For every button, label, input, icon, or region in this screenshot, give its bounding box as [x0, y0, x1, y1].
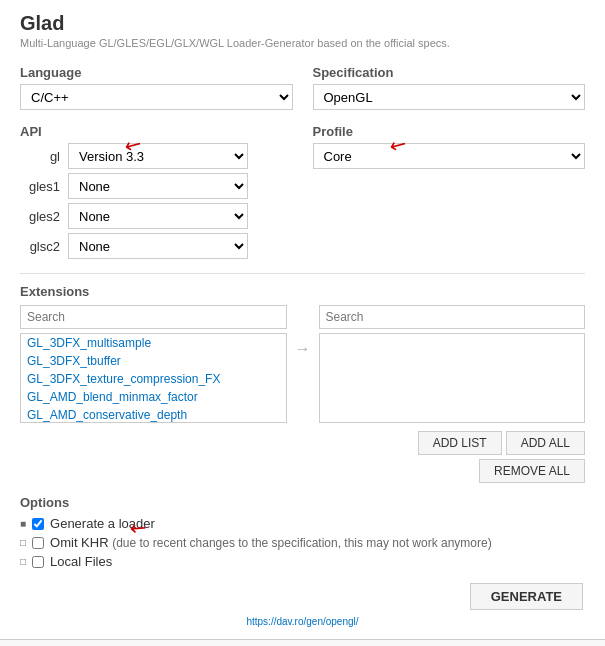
app-title: Glad [20, 12, 585, 35]
language-label: Language [20, 65, 293, 80]
option-local-files-text: Local Files [50, 554, 112, 569]
api-gles1-select[interactable]: None Version 1.0 [68, 173, 248, 199]
list-item[interactable]: GL_3DFX_texture_compression_FX [21, 370, 286, 388]
bullet-generate: ■ [20, 518, 26, 529]
api-gles2-label: gles2 [20, 209, 60, 224]
checkbox-omit-khr[interactable] [32, 537, 44, 549]
checkbox-generate-loader[interactable] [32, 518, 44, 530]
option-omit-note: (due to recent changes to the specificat… [112, 536, 492, 550]
profile-label: Profile [313, 124, 586, 139]
list-item[interactable]: GL_AMD_conservative_depth [21, 406, 286, 423]
api-gl-select[interactable]: None Version 1.0 Version 2.0 Version 3.0… [68, 143, 248, 169]
api-row-gles1: gles1 None Version 1.0 [20, 173, 293, 199]
specification-label: Specification [313, 65, 586, 80]
remove-all-button[interactable]: REMOVE ALL [479, 459, 585, 483]
api-label: API [20, 124, 293, 139]
transfer-arrow-icon: → [295, 305, 311, 358]
api-row-gl: gl None Version 1.0 Version 2.0 Version … [20, 143, 293, 169]
api-row-gles2: gles2 None Version 2.0 Version 3.0 [20, 203, 293, 229]
extensions-search-left[interactable] [20, 305, 287, 329]
option-local-files: □ Local Files [20, 554, 585, 569]
language-select[interactable]: C/C++ D Ada Pascal Volt Zig [20, 84, 293, 110]
add-all-button[interactable]: ADD ALL [506, 431, 585, 455]
checkbox-local-files[interactable] [32, 556, 44, 568]
bullet-omit: □ [20, 537, 26, 548]
footer-url-hint: https://dav.ro/gen/opengl/ [20, 616, 585, 627]
extensions-list-right [319, 333, 586, 423]
list-item[interactable]: GL_3DFX_multisample [21, 334, 286, 352]
list-item[interactable]: GL_AMD_blend_minmax_factor [21, 388, 286, 406]
api-gles1-label: gles1 [20, 179, 60, 194]
add-list-button[interactable]: ADD LIST [418, 431, 502, 455]
extensions-label: Extensions [20, 284, 585, 299]
bullet-local: □ [20, 556, 26, 567]
specification-select[interactable]: OpenGL OpenGL ES EGL GLX WGL [313, 84, 586, 110]
option-generate-loader: ■ Generate a loader [20, 516, 585, 531]
app-subtitle: Multi-Language GL/GLES/EGL/GLX/WGL Loade… [20, 37, 585, 49]
profile-select[interactable]: Core Compatibility [313, 143, 586, 169]
api-gles2-select[interactable]: None Version 2.0 Version 3.0 [68, 203, 248, 229]
api-row-glsc2: glsc2 None Version 2.0 [20, 233, 293, 259]
options-label: Options [20, 495, 585, 510]
option-generate-loader-text: Generate a loader [50, 516, 155, 531]
extensions-list-left: GL_3DFX_multisample GL_3DFX_tbuffer GL_3… [20, 333, 287, 423]
footer: GLAD-VERSION: 0.1.33 SPECIFICATIONS LAST… [0, 639, 605, 646]
option-omit-khr-text: Omit KHR (due to recent changes to the s… [50, 535, 492, 550]
generate-button[interactable]: GENERATE [470, 583, 583, 610]
api-gl-label: gl [20, 149, 60, 164]
api-glsc2-select[interactable]: None Version 2.0 [68, 233, 248, 259]
extensions-search-right[interactable] [319, 305, 586, 329]
option-omit-khr: □ Omit KHR (due to recent changes to the… [20, 535, 585, 550]
list-item[interactable]: GL_3DFX_tbuffer [21, 352, 286, 370]
api-glsc2-label: glsc2 [20, 239, 60, 254]
